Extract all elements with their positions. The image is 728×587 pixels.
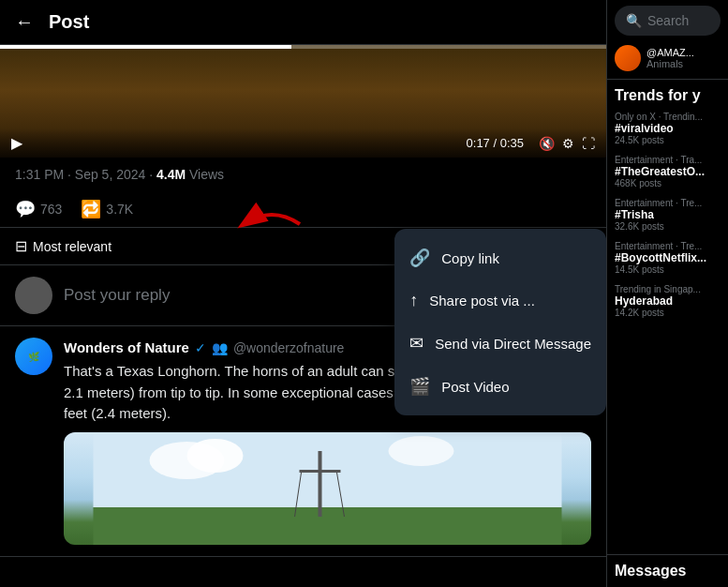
trend-category-2: Entertainment · Tre... <box>615 198 721 208</box>
trend-item-3[interactable]: Entertainment · Tre... #BoycottNetflix..… <box>615 241 721 275</box>
post-video-icon: 🎬 <box>409 376 430 397</box>
user-avatar <box>15 277 52 314</box>
share-post-icon: ↑ <box>409 291 418 310</box>
trend-tag-2: #Trisha <box>615 208 721 221</box>
post-dot: · <box>149 167 156 182</box>
send-dm-label: Send via Direct Message <box>435 336 591 352</box>
trend-count-2: 32.6K posts <box>615 221 721 232</box>
comments-action[interactable]: 💬 763 <box>15 199 62 219</box>
retweets-action[interactable]: 🔁 3.7K <box>81 199 133 219</box>
comment-image <box>64 432 591 545</box>
share-post-label: Share post via ... <box>429 293 535 309</box>
post-header: ← Post <box>0 0 606 45</box>
comment-handle: @wonderzofnature <box>233 340 345 355</box>
trends-section: Trends for y Only on X · Trendin... #vir… <box>607 80 728 554</box>
trend-tag-4: Hyderabad <box>615 294 721 308</box>
trends-title: Trends for y <box>615 87 721 104</box>
views-word: Views <box>189 167 224 182</box>
trend-category-0: Only on X · Trendin... <box>615 112 721 122</box>
video-player: ▶ 0:17 / 0:35 🔇 ⚙ ⛶ <box>0 45 606 158</box>
trend-item-1[interactable]: Entertainment · Tra... #TheGreatestO... … <box>615 155 721 188</box>
trend-tag-1: #TheGreatestO... <box>615 165 721 178</box>
search-bar[interactable]: 🔍 Search <box>615 6 721 36</box>
svg-rect-1 <box>94 507 562 545</box>
play-button[interactable]: ▶ <box>11 134 22 152</box>
trend-item-0[interactable]: Only on X · Trendin... #viralvideo 24.5K… <box>615 112 721 145</box>
back-button[interactable]: ← <box>15 11 34 33</box>
actions-row: 💬 763 🔁 3.7K 🔗 Copy link <box>0 191 606 228</box>
filter-label-text: Most relevant <box>33 239 111 254</box>
trend-category-1: Entertainment · Tra... <box>615 155 721 165</box>
profile-handle: @AMAZ... <box>646 47 694 58</box>
right-panel: 🔍 Search @AMAZ... Animals Trends for y O… <box>607 0 728 587</box>
svg-rect-6 <box>300 470 341 473</box>
trend-tag-3: #BoycottNetflix... <box>615 251 721 264</box>
page-title: Post <box>49 11 89 33</box>
post-views: 4.4M <box>156 167 186 182</box>
retweet-icon: 🔁 <box>81 199 101 219</box>
svg-point-4 <box>389 436 454 466</box>
copy-link-label: Copy link <box>441 250 499 266</box>
trend-category-4: Trending in Singap... <box>615 284 721 294</box>
comment-image-content <box>64 432 591 545</box>
trend-count-0: 24.5K posts <box>615 135 721 145</box>
filter-icon: ⊟ <box>15 237 27 255</box>
messages-section: Messages <box>607 554 728 587</box>
post-time: 1:31 PM · Sep 5, 2024 <box>15 167 145 182</box>
verified-badge: ✓ <box>195 340 206 355</box>
trend-category-3: Entertainment · Tre... <box>615 241 721 251</box>
post-video-item[interactable]: 🎬 Post Video <box>394 365 606 408</box>
share-post-item[interactable]: ↑ Share post via ... <box>394 279 606 322</box>
copy-link-icon: 🔗 <box>409 248 430 268</box>
profile-sub: Animals <box>646 58 694 69</box>
messages-title: Messages <box>615 563 721 579</box>
progress-bar-fill <box>0 45 291 49</box>
retweet-count: 3.7K <box>106 202 133 217</box>
reply-input[interactable]: Post your reply <box>64 286 170 305</box>
send-dm-icon: ✉ <box>409 333 423 354</box>
volume-icon[interactable]: 🔇 <box>539 136 555 151</box>
trend-count-3: 14.5K posts <box>615 264 721 275</box>
profile-info: @AMAZ... Animals <box>646 47 694 69</box>
fullscreen-icon[interactable]: ⛶ <box>582 136 595 151</box>
post-video-label: Post Video <box>441 379 509 395</box>
search-icon: 🔍 <box>626 13 642 28</box>
filter-selector[interactable]: ⊟ Most relevant <box>15 237 111 255</box>
trend-item-4[interactable]: Trending in Singap... Hyderabad 14.2K po… <box>615 284 721 318</box>
left-panel: ← Post ▶ 0:17 / 0:35 🔇 ⚙ ⛶ 1:31 PM · Sep… <box>0 0 607 587</box>
send-dm-item[interactable]: ✉ Send via Direct Message <box>394 322 606 365</box>
video-controls: ▶ 0:17 / 0:35 🔇 ⚙ ⛶ <box>0 128 606 158</box>
commenter-avatar: 🌿 <box>15 338 52 375</box>
collab-badge: 👥 <box>212 340 228 355</box>
time-display: 0:17 / 0:35 <box>30 136 524 150</box>
progress-bar-track <box>0 45 606 49</box>
trend-item-2[interactable]: Entertainment · Tre... #Trisha 32.6K pos… <box>615 198 721 232</box>
share-dropdown-menu: 🔗 Copy link ↑ Share post via ... ✉ Send … <box>394 229 606 415</box>
svg-rect-5 <box>319 451 322 517</box>
svg-point-3 <box>187 439 244 473</box>
copy-link-item[interactable]: 🔗 Copy link <box>394 236 606 279</box>
comment-author: Wonders of Nature <box>64 339 189 355</box>
comment-count: 763 <box>40 202 62 217</box>
profile-snippet: @AMAZ... Animals <box>607 41 728 80</box>
profile-avatar <box>615 45 641 71</box>
settings-icon[interactable]: ⚙ <box>562 136 574 151</box>
trend-tag-0: #viralvideo <box>615 122 721 135</box>
post-meta: 1:31 PM · Sep 5, 2024 · 4.4M Views <box>0 158 606 191</box>
trend-count-4: 14.2K posts <box>615 308 721 318</box>
trend-count-1: 468K posts <box>615 178 721 188</box>
search-placeholder: Search <box>647 13 689 28</box>
comment-icon: 💬 <box>15 199 36 219</box>
